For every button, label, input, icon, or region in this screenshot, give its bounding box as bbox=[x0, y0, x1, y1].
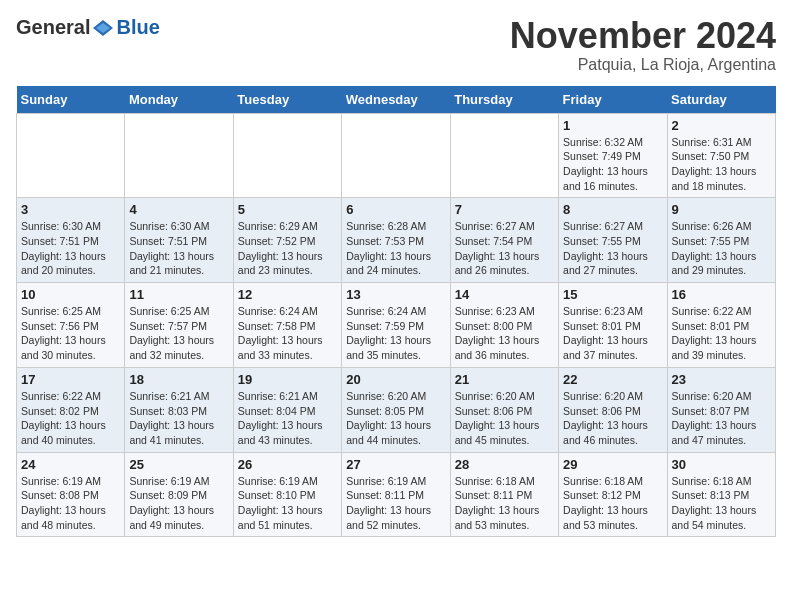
day-of-week-header: Tuesday bbox=[233, 86, 341, 114]
day-number: 16 bbox=[672, 287, 771, 302]
calendar-cell: 26Sunrise: 6:19 AM Sunset: 8:10 PM Dayli… bbox=[233, 452, 341, 537]
calendar-cell bbox=[233, 113, 341, 198]
calendar-cell: 17Sunrise: 6:22 AM Sunset: 8:02 PM Dayli… bbox=[17, 367, 125, 452]
calendar-cell: 16Sunrise: 6:22 AM Sunset: 8:01 PM Dayli… bbox=[667, 283, 775, 368]
calendar-cell: 6Sunrise: 6:28 AM Sunset: 7:53 PM Daylig… bbox=[342, 198, 450, 283]
calendar-cell: 4Sunrise: 6:30 AM Sunset: 7:51 PM Daylig… bbox=[125, 198, 233, 283]
day-info: Sunrise: 6:24 AM Sunset: 7:58 PM Dayligh… bbox=[238, 304, 337, 363]
calendar-cell: 21Sunrise: 6:20 AM Sunset: 8:06 PM Dayli… bbox=[450, 367, 558, 452]
day-number: 21 bbox=[455, 372, 554, 387]
day-info: Sunrise: 6:27 AM Sunset: 7:55 PM Dayligh… bbox=[563, 219, 662, 278]
day-number: 3 bbox=[21, 202, 120, 217]
calendar-cell: 23Sunrise: 6:20 AM Sunset: 8:07 PM Dayli… bbox=[667, 367, 775, 452]
calendar-cell bbox=[342, 113, 450, 198]
calendar-cell: 10Sunrise: 6:25 AM Sunset: 7:56 PM Dayli… bbox=[17, 283, 125, 368]
logo-general: General bbox=[16, 16, 90, 39]
day-number: 4 bbox=[129, 202, 228, 217]
page-header: General Blue November 2024 Patquia, La R… bbox=[16, 16, 776, 74]
calendar-cell: 3Sunrise: 6:30 AM Sunset: 7:51 PM Daylig… bbox=[17, 198, 125, 283]
calendar-week-row: 10Sunrise: 6:25 AM Sunset: 7:56 PM Dayli… bbox=[17, 283, 776, 368]
day-number: 26 bbox=[238, 457, 337, 472]
day-number: 2 bbox=[672, 118, 771, 133]
day-info: Sunrise: 6:32 AM Sunset: 7:49 PM Dayligh… bbox=[563, 135, 662, 194]
day-number: 19 bbox=[238, 372, 337, 387]
title-block: November 2024 Patquia, La Rioja, Argenti… bbox=[510, 16, 776, 74]
day-info: Sunrise: 6:22 AM Sunset: 8:02 PM Dayligh… bbox=[21, 389, 120, 448]
day-info: Sunrise: 6:23 AM Sunset: 8:00 PM Dayligh… bbox=[455, 304, 554, 363]
calendar-cell bbox=[125, 113, 233, 198]
calendar-cell bbox=[450, 113, 558, 198]
day-of-week-header: Thursday bbox=[450, 86, 558, 114]
calendar-cell: 19Sunrise: 6:21 AM Sunset: 8:04 PM Dayli… bbox=[233, 367, 341, 452]
day-number: 24 bbox=[21, 457, 120, 472]
calendar-table: SundayMondayTuesdayWednesdayThursdayFrid… bbox=[16, 86, 776, 538]
calendar-week-row: 17Sunrise: 6:22 AM Sunset: 8:02 PM Dayli… bbox=[17, 367, 776, 452]
day-number: 1 bbox=[563, 118, 662, 133]
day-info: Sunrise: 6:24 AM Sunset: 7:59 PM Dayligh… bbox=[346, 304, 445, 363]
calendar-cell: 30Sunrise: 6:18 AM Sunset: 8:13 PM Dayli… bbox=[667, 452, 775, 537]
day-number: 11 bbox=[129, 287, 228, 302]
day-number: 14 bbox=[455, 287, 554, 302]
day-info: Sunrise: 6:28 AM Sunset: 7:53 PM Dayligh… bbox=[346, 219, 445, 278]
day-info: Sunrise: 6:19 AM Sunset: 8:08 PM Dayligh… bbox=[21, 474, 120, 533]
calendar-cell: 1Sunrise: 6:32 AM Sunset: 7:49 PM Daylig… bbox=[559, 113, 667, 198]
day-number: 9 bbox=[672, 202, 771, 217]
day-number: 18 bbox=[129, 372, 228, 387]
month-title: November 2024 bbox=[510, 16, 776, 56]
day-of-week-header: Monday bbox=[125, 86, 233, 114]
logo-blue: Blue bbox=[116, 16, 159, 39]
day-info: Sunrise: 6:31 AM Sunset: 7:50 PM Dayligh… bbox=[672, 135, 771, 194]
calendar-cell: 28Sunrise: 6:18 AM Sunset: 8:11 PM Dayli… bbox=[450, 452, 558, 537]
day-of-week-header: Wednesday bbox=[342, 86, 450, 114]
day-number: 30 bbox=[672, 457, 771, 472]
day-info: Sunrise: 6:30 AM Sunset: 7:51 PM Dayligh… bbox=[21, 219, 120, 278]
calendar-week-row: 1Sunrise: 6:32 AM Sunset: 7:49 PM Daylig… bbox=[17, 113, 776, 198]
day-number: 17 bbox=[21, 372, 120, 387]
day-of-week-header: Sunday bbox=[17, 86, 125, 114]
day-info: Sunrise: 6:18 AM Sunset: 8:11 PM Dayligh… bbox=[455, 474, 554, 533]
calendar-cell: 20Sunrise: 6:20 AM Sunset: 8:05 PM Dayli… bbox=[342, 367, 450, 452]
calendar-cell bbox=[17, 113, 125, 198]
calendar-week-row: 24Sunrise: 6:19 AM Sunset: 8:08 PM Dayli… bbox=[17, 452, 776, 537]
day-info: Sunrise: 6:20 AM Sunset: 8:06 PM Dayligh… bbox=[455, 389, 554, 448]
day-number: 27 bbox=[346, 457, 445, 472]
day-info: Sunrise: 6:30 AM Sunset: 7:51 PM Dayligh… bbox=[129, 219, 228, 278]
calendar-cell: 5Sunrise: 6:29 AM Sunset: 7:52 PM Daylig… bbox=[233, 198, 341, 283]
day-info: Sunrise: 6:25 AM Sunset: 7:57 PM Dayligh… bbox=[129, 304, 228, 363]
day-number: 22 bbox=[563, 372, 662, 387]
calendar-cell: 14Sunrise: 6:23 AM Sunset: 8:00 PM Dayli… bbox=[450, 283, 558, 368]
day-info: Sunrise: 6:29 AM Sunset: 7:52 PM Dayligh… bbox=[238, 219, 337, 278]
day-info: Sunrise: 6:21 AM Sunset: 8:04 PM Dayligh… bbox=[238, 389, 337, 448]
calendar-cell: 13Sunrise: 6:24 AM Sunset: 7:59 PM Dayli… bbox=[342, 283, 450, 368]
day-info: Sunrise: 6:19 AM Sunset: 8:11 PM Dayligh… bbox=[346, 474, 445, 533]
day-info: Sunrise: 6:21 AM Sunset: 8:03 PM Dayligh… bbox=[129, 389, 228, 448]
day-number: 15 bbox=[563, 287, 662, 302]
day-info: Sunrise: 6:26 AM Sunset: 7:55 PM Dayligh… bbox=[672, 219, 771, 278]
calendar-cell: 15Sunrise: 6:23 AM Sunset: 8:01 PM Dayli… bbox=[559, 283, 667, 368]
day-number: 23 bbox=[672, 372, 771, 387]
calendar-cell: 9Sunrise: 6:26 AM Sunset: 7:55 PM Daylig… bbox=[667, 198, 775, 283]
logo-icon bbox=[93, 20, 113, 36]
day-info: Sunrise: 6:27 AM Sunset: 7:54 PM Dayligh… bbox=[455, 219, 554, 278]
calendar-cell: 18Sunrise: 6:21 AM Sunset: 8:03 PM Dayli… bbox=[125, 367, 233, 452]
day-number: 7 bbox=[455, 202, 554, 217]
day-number: 12 bbox=[238, 287, 337, 302]
calendar-cell: 11Sunrise: 6:25 AM Sunset: 7:57 PM Dayli… bbox=[125, 283, 233, 368]
day-number: 5 bbox=[238, 202, 337, 217]
day-info: Sunrise: 6:20 AM Sunset: 8:06 PM Dayligh… bbox=[563, 389, 662, 448]
calendar-week-row: 3Sunrise: 6:30 AM Sunset: 7:51 PM Daylig… bbox=[17, 198, 776, 283]
calendar-cell: 27Sunrise: 6:19 AM Sunset: 8:11 PM Dayli… bbox=[342, 452, 450, 537]
day-info: Sunrise: 6:20 AM Sunset: 8:05 PM Dayligh… bbox=[346, 389, 445, 448]
day-of-week-header: Saturday bbox=[667, 86, 775, 114]
logo: General Blue bbox=[16, 16, 160, 39]
calendar-cell: 25Sunrise: 6:19 AM Sunset: 8:09 PM Dayli… bbox=[125, 452, 233, 537]
day-info: Sunrise: 6:18 AM Sunset: 8:12 PM Dayligh… bbox=[563, 474, 662, 533]
day-number: 10 bbox=[21, 287, 120, 302]
calendar-header-row: SundayMondayTuesdayWednesdayThursdayFrid… bbox=[17, 86, 776, 114]
calendar-cell: 24Sunrise: 6:19 AM Sunset: 8:08 PM Dayli… bbox=[17, 452, 125, 537]
day-number: 28 bbox=[455, 457, 554, 472]
day-info: Sunrise: 6:22 AM Sunset: 8:01 PM Dayligh… bbox=[672, 304, 771, 363]
day-info: Sunrise: 6:18 AM Sunset: 8:13 PM Dayligh… bbox=[672, 474, 771, 533]
day-info: Sunrise: 6:23 AM Sunset: 8:01 PM Dayligh… bbox=[563, 304, 662, 363]
day-info: Sunrise: 6:20 AM Sunset: 8:07 PM Dayligh… bbox=[672, 389, 771, 448]
